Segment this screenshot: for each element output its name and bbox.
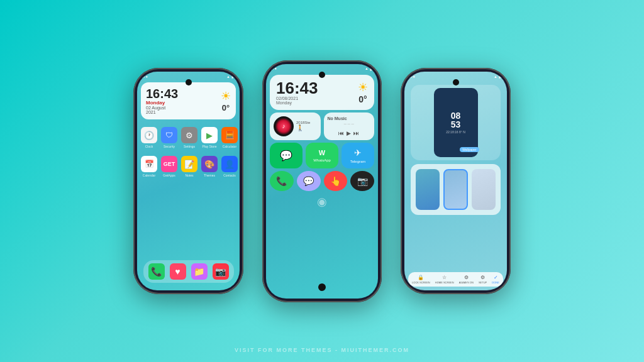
waveform: ─ ─ ─ bbox=[328, 122, 371, 126]
dock-camera[interactable]: 📷 bbox=[213, 263, 229, 280]
app-calendar[interactable]: 📅 Calendar bbox=[141, 156, 157, 177]
wifi-icon-3: ▲ bbox=[494, 75, 497, 79]
app-clock[interactable]: 🕐 Clock bbox=[141, 127, 157, 148]
phone-1: +● ▲ ▮ 16:43 Monday 02 August 2021 ☀ 0° … bbox=[133, 68, 243, 294]
homescreen-icon: ☆ bbox=[442, 275, 447, 280]
lockscreen-icon: 🔒 bbox=[418, 275, 424, 280]
alwayson-label: ALWAYS ON bbox=[459, 281, 474, 284]
phone-3-screen: +● ▲ ▮ 08 53 22:18:16 8° N Wallpaper 🔒 bbox=[404, 72, 507, 290]
phone-preview-container: 08 53 22:18:16 8° N Wallpaper bbox=[411, 85, 501, 160]
clock-date-1: 02 August bbox=[146, 106, 178, 110]
inner-time-hours: 08 bbox=[451, 111, 461, 120]
camera-hole-3 bbox=[453, 79, 459, 85]
pointer-app[interactable]: 👆 bbox=[324, 171, 348, 191]
status-icons-2: ▲ ▮ bbox=[365, 67, 372, 71]
contacts-label: Contacts bbox=[223, 173, 236, 177]
phone-3: +● ▲ ▮ 08 53 22:18:16 8° N Wallpaper 🔒 bbox=[401, 68, 511, 294]
home-button-2[interactable] bbox=[318, 283, 326, 291]
bottom-row-2: 📞 💬 👆 📷 bbox=[270, 171, 374, 191]
play-icon[interactable]: ▶ bbox=[347, 130, 351, 136]
telegram-icon: ✈ bbox=[354, 148, 362, 158]
app-settings[interactable]: ⚙ Settings bbox=[181, 127, 197, 148]
step-icon: 🚶 bbox=[296, 124, 310, 131]
whatsapp-button[interactable]: W WhatsApp bbox=[306, 143, 338, 168]
message-app[interactable]: 💬 bbox=[297, 171, 321, 191]
status-icons-1: ▲ ▮ bbox=[226, 74, 233, 79]
prev-icon[interactable]: ⏮ bbox=[338, 130, 344, 136]
wechat-icon: 💬 bbox=[280, 150, 292, 162]
lockscreen-label: LOCK SCREEN bbox=[412, 281, 430, 284]
media-row: 2018Ste 🚶 No Music ─ ─ ─ ⏮ ▶ ⏭ bbox=[270, 112, 374, 140]
dock-phone[interactable]: 📞 bbox=[148, 263, 165, 280]
wallpaper-label[interactable]: Wallpaper bbox=[460, 147, 479, 152]
app-themes[interactable]: 🎨 Themes bbox=[201, 156, 218, 177]
contacts-icon: 👤 bbox=[221, 156, 238, 172]
pointer-icon: 👆 bbox=[330, 176, 341, 186]
calendar-icon: 📅 bbox=[141, 156, 157, 172]
nav-done[interactable]: ✓ DONE bbox=[492, 275, 499, 284]
temp-1: 0° bbox=[221, 103, 231, 112]
notes-label: Notes bbox=[185, 173, 193, 177]
app-playstore[interactable]: ▶ Play Store bbox=[201, 127, 218, 148]
app-getapps[interactable]: GET GetApps bbox=[161, 156, 177, 177]
preview-thumb-3[interactable] bbox=[472, 169, 496, 210]
status-left-3: +● bbox=[411, 75, 415, 79]
sun-icon-1: ☀ bbox=[221, 89, 231, 103]
sun-icon-2: ☀ bbox=[358, 80, 368, 94]
time-section-1: 16:43 Monday 02 August 2021 bbox=[146, 87, 178, 114]
themes-icon: 🎨 bbox=[201, 156, 218, 172]
time-weather-widget-1: 16:43 Monday 02 August 2021 ☀ 0° bbox=[141, 82, 236, 119]
no-music-label: No Music bbox=[328, 116, 371, 121]
camera-hole-2 bbox=[319, 72, 325, 78]
status-left-2: +● bbox=[272, 67, 277, 70]
nav-alwayson[interactable]: ⚙ ALWAYS ON bbox=[459, 275, 474, 284]
done-icon: ✓ bbox=[494, 275, 498, 280]
wallpaper-previews bbox=[411, 164, 501, 215]
clock-time-1: 16:43 bbox=[146, 87, 178, 100]
nav-lockscreen[interactable]: 🔒 LOCK SCREEN bbox=[412, 275, 430, 284]
camera-app[interactable]: 📷 bbox=[350, 171, 374, 191]
dock-files[interactable]: 📁 bbox=[191, 263, 208, 280]
setup-icon: ⚙ bbox=[480, 275, 485, 280]
wechat-button[interactable]: 💬 bbox=[270, 143, 303, 168]
weather-section-2: ☀ 0° bbox=[358, 80, 368, 104]
whatsapp-icon: W bbox=[319, 149, 325, 156]
themes-label: Themes bbox=[204, 173, 215, 177]
phone-2: +● ▲ ▮ 16:43 02/08/2021 Monday ☀ 0° 2 bbox=[262, 60, 382, 302]
message-icon: 💬 bbox=[303, 176, 314, 186]
dock-love[interactable]: ♥ bbox=[170, 263, 186, 280]
time-section-2: 16:43 02/08/2021 Monday bbox=[276, 80, 318, 105]
clock-label: Clock bbox=[145, 145, 153, 148]
time-weather-widget-2: 16:43 02/08/2021 Monday ☀ 0° bbox=[270, 75, 374, 110]
phone-app[interactable]: 📞 bbox=[270, 171, 294, 191]
wifi-icon: ▲ bbox=[226, 75, 230, 79]
calculator-icon: 🧮 bbox=[221, 127, 238, 143]
preview-thumb-2[interactable] bbox=[443, 169, 467, 210]
preview-thumb-1[interactable] bbox=[416, 169, 440, 210]
app-calculator[interactable]: 🧮 Calculator bbox=[221, 127, 238, 148]
music-player-widget[interactable]: 2018Ste 🚶 bbox=[270, 112, 321, 140]
telegram-label: Telegram bbox=[350, 160, 366, 163]
nav-setup[interactable]: ⚙ SETUP bbox=[479, 275, 487, 284]
telegram-button[interactable]: ✈ Telegram bbox=[341, 143, 374, 168]
playstore-icon: ▶ bbox=[201, 127, 218, 143]
fingerprint-icon[interactable]: ◉ bbox=[266, 195, 378, 209]
clock-day-1: Monday bbox=[146, 100, 178, 106]
weather-section-1: ☀ 0° bbox=[221, 89, 231, 112]
clock-icon: 🕐 bbox=[141, 127, 157, 143]
battery-icon-2: ▮ bbox=[370, 67, 372, 71]
inner-sub-text: 22:18:16 8° N bbox=[446, 130, 465, 134]
watermark: VISIT FOR MORE THEMES - MIUITHEMER.COM bbox=[235, 347, 409, 353]
app-grid-row2: 📅 Calendar GET GetApps 📝 Notes 🎨 Themes … bbox=[137, 153, 240, 180]
app-notes[interactable]: 📝 Notes bbox=[181, 156, 197, 177]
app-grid-row1: 🕐 Clock 🛡 Security ⚙ Settings ▶ Play Sto… bbox=[137, 122, 240, 153]
getapps-icon: GET bbox=[161, 156, 177, 172]
app-security[interactable]: 🛡 Security bbox=[161, 127, 177, 148]
apps-row-2: 💬 W WhatsApp ✈ Telegram bbox=[270, 143, 374, 168]
whatsapp-label: WhatsApp bbox=[313, 158, 331, 162]
phone-2-screen: +● ▲ ▮ 16:43 02/08/2021 Monday ☀ 0° 2 bbox=[266, 64, 378, 299]
next-icon[interactable]: ⏭ bbox=[353, 130, 359, 136]
now-playing-widget[interactable]: No Music ─ ─ ─ ⏮ ▶ ⏭ bbox=[324, 112, 375, 140]
app-contacts[interactable]: 👤 Contacts bbox=[221, 156, 238, 177]
nav-homescreen[interactable]: ☆ HOME SCREEN bbox=[435, 275, 454, 284]
